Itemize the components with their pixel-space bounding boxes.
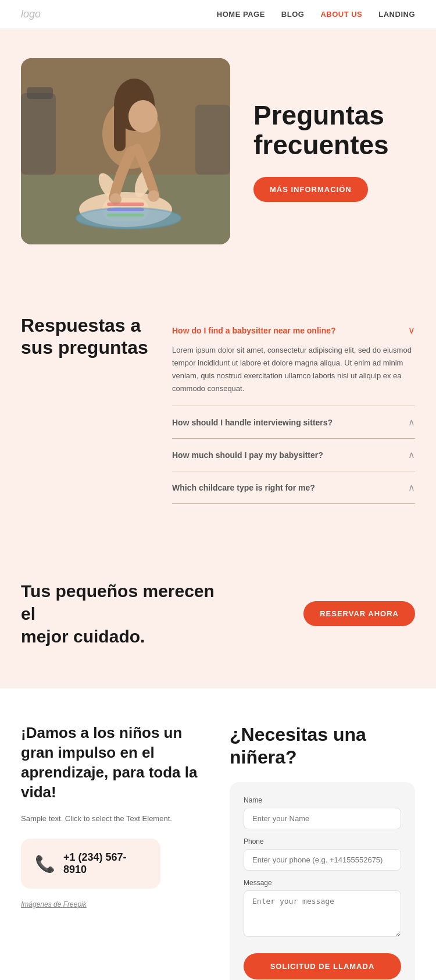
faq-question-text-4: Which childcare type is right for me? — [172, 483, 315, 492]
name-input[interactable] — [244, 808, 401, 829]
contact-left: ¡Damos a los niños un gran impulso en el… — [21, 723, 206, 980]
message-input[interactable] — [244, 890, 401, 937]
phone-field-group: Phone — [244, 837, 401, 871]
chevron-down-icon-4: ∧ — [408, 482, 415, 493]
faq-list: How do I find a babysitter near me onlin… — [172, 314, 415, 504]
logo: logo — [21, 8, 41, 20]
faq-question-text-3: How much should I pay my babysitter? — [172, 450, 323, 460]
nav-links: HOME PAGE BLOG ABOUT US LANDING — [217, 10, 415, 19]
hero-section: Preguntas frecuentes MÁS INFORMACIÓN — [0, 29, 436, 279]
phone-card: 📞 +1 (234) 567-8910 — [21, 839, 160, 889]
hero-text: Preguntas frecuentes MÁS INFORMACIÓN — [253, 101, 415, 202]
faq-question-2[interactable]: How should I handle interviewing sitters… — [172, 417, 415, 428]
faq-section: Respuestas a sus preguntas How do I find… — [0, 279, 436, 539]
phone-input[interactable] — [244, 849, 401, 871]
svg-rect-18 — [107, 208, 144, 211]
svg-point-11 — [148, 190, 159, 202]
navbar: logo HOME PAGE BLOG ABOUT US LANDING — [0, 0, 436, 29]
submit-button[interactable]: SOLICITUD DE LLAMADA — [244, 953, 401, 979]
contact-left-title: ¡Damos a los niños un gran impulso en el… — [21, 723, 206, 802]
faq-question-text-1: How do I find a babysitter near me onlin… — [172, 326, 336, 335]
nav-link-about[interactable]: ABOUT US — [320, 10, 362, 19]
phone-icon: 📞 — [35, 854, 55, 874]
hero-cta-button[interactable]: MÁS INFORMACIÓN — [253, 177, 368, 202]
faq-question-3[interactable]: How much should I pay my babysitter? ∧ — [172, 449, 415, 460]
form-card: Name Phone Message SOLICITUD DE LLAMADA — [230, 782, 415, 980]
cta-section: Tus pequeños merecen el mejor cuidado. R… — [0, 539, 436, 688]
faq-question-1[interactable]: How do I find a babysitter near me onlin… — [172, 325, 415, 336]
contact-section: ¡Damos a los niños un gran impulso en el… — [0, 688, 436, 980]
form-title: ¿Necesitas una niñera? — [230, 723, 415, 768]
phone-label: Phone — [244, 837, 401, 846]
svg-point-9 — [128, 100, 158, 133]
faq-question-4[interactable]: Which childcare type is right for me? ∧ — [172, 482, 415, 493]
chevron-down-icon-2: ∧ — [408, 417, 415, 428]
svg-rect-13 — [27, 87, 53, 99]
faq-question-text-2: How should I handle interviewing sitters… — [172, 418, 333, 427]
hero-image — [21, 58, 230, 244]
nav-link-landing[interactable]: LANDING — [378, 10, 415, 19]
faq-item-2: How should I handle interviewing sitters… — [172, 406, 415, 439]
faq-answer-1: Lorem ipsum dolor sit amet, consectetur … — [172, 344, 415, 395]
svg-rect-17 — [107, 203, 144, 206]
svg-rect-8 — [114, 105, 126, 151]
faq-item-1: How do I find a babysitter near me onlin… — [172, 314, 415, 406]
svg-rect-19 — [107, 214, 144, 216]
phone-number: +1 (234) 567-8910 — [63, 851, 146, 876]
nav-link-home[interactable]: HOME PAGE — [217, 10, 265, 19]
cta-title: Tus pequeños merecen el mejor cuidado. — [21, 580, 219, 648]
svg-rect-14 — [195, 105, 230, 175]
faq-left: Respuestas a sus preguntas — [21, 314, 149, 504]
nav-link-blog[interactable]: BLOG — [281, 10, 305, 19]
name-label: Name — [244, 796, 401, 804]
contact-left-text: Sample text. Click to select the Text El… — [21, 813, 206, 825]
name-field-group: Name — [244, 796, 401, 829]
faq-item-3: How much should I pay my babysitter? ∧ — [172, 439, 415, 471]
faq-item-4: Which childcare type is right for me? ∧ — [172, 471, 415, 504]
faq-section-title: Respuestas a sus preguntas — [21, 314, 149, 359]
freepik-attribution: Imágenes de Freepik — [21, 900, 206, 908]
cta-button[interactable]: RESERVAR AHORA — [303, 601, 415, 626]
message-field-group: Message — [244, 879, 401, 939]
message-label: Message — [244, 879, 401, 887]
hero-title: Preguntas frecuentes — [253, 101, 415, 159]
contact-form-container: ¿Necesitas una niñera? Name Phone Messag… — [230, 723, 415, 980]
chevron-down-icon-3: ∧ — [408, 449, 415, 460]
svg-rect-12 — [21, 93, 56, 175]
chevron-up-icon-1: ∨ — [408, 325, 415, 336]
